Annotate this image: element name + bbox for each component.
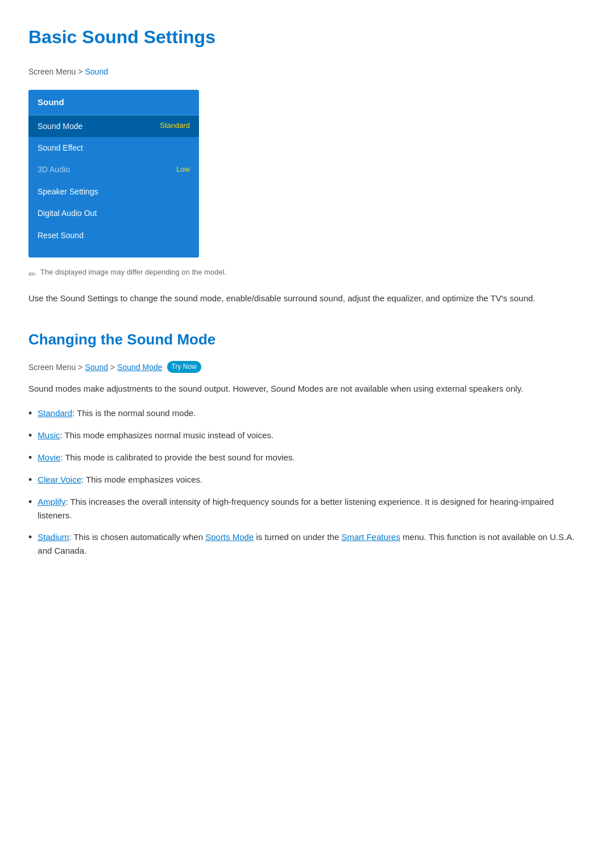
breadcrumb2-link-sound[interactable]: Sound	[85, 361, 107, 373]
menu-spacer	[28, 246, 199, 258]
menu-item-label: Digital Audio Out	[38, 207, 97, 219]
pencil-icon: ✏	[28, 267, 36, 282]
page-title: Basic Sound Settings	[28, 23, 586, 52]
breadcrumb: Screen Menu > Sound	[28, 65, 586, 78]
term-stadium: Stadium	[38, 532, 69, 542]
term-music: Music	[38, 430, 60, 440]
list-item: • Stadium: This is chosen automatically …	[28, 530, 586, 558]
list-item-text: Stadium: This is chosen automatically wh…	[38, 530, 586, 558]
breadcrumb-prefix: Screen Menu	[28, 65, 76, 78]
note-line: ✏ The displayed image may differ dependi…	[28, 267, 586, 282]
bullet-dot: •	[28, 495, 32, 509]
link-smart-features[interactable]: Smart Features	[342, 532, 400, 542]
menu-item-label: Speaker Settings	[38, 185, 98, 198]
list-item-desc: : This mode is calibrated to provide the…	[60, 452, 294, 462]
term-standard: Standard	[38, 408, 72, 418]
bullet-dot: •	[28, 473, 32, 487]
menu-item-speaker-settings[interactable]: Speaker Settings	[28, 181, 199, 202]
bullet-dot: •	[28, 406, 32, 421]
list-item-desc-middle: is turned on under the	[254, 532, 341, 542]
bullet-list: • Standard: This is the normal sound mod…	[28, 406, 586, 558]
menu-item-value: Low	[176, 164, 190, 176]
try-now-button[interactable]: Try Now	[167, 361, 201, 373]
menu-header: Sound	[28, 90, 199, 115]
list-item: • Clear Voice: This mode emphasizes voic…	[28, 473, 586, 487]
list-item-desc: : This increases the overall intensity o…	[38, 497, 554, 520]
list-item: • Movie: This mode is calibrated to prov…	[28, 451, 586, 465]
menu-item-reset-sound[interactable]: Reset Sound	[28, 225, 199, 246]
link-sports-mode[interactable]: Sports Mode	[205, 532, 254, 542]
bullet-dot: •	[28, 530, 32, 545]
breadcrumb2-sep1: >	[78, 361, 82, 373]
breadcrumb2-prefix: Screen Menu	[28, 361, 76, 373]
menu-item-label: Sound Effect	[38, 142, 83, 154]
breadcrumb2: Screen Menu > Sound > Sound Mode Try Now	[28, 361, 586, 373]
list-item-desc-before: : This is chosen automatically when	[69, 532, 205, 542]
menu-item-3d-audio[interactable]: 3D Audio Low	[28, 159, 199, 180]
breadcrumb2-link-sound-mode[interactable]: Sound Mode	[117, 361, 162, 373]
menu-item-sound-effect[interactable]: Sound Effect	[28, 137, 199, 159]
list-item: • Music: This mode emphasizes normal mus…	[28, 429, 586, 443]
list-item-text: Amplify: This increases the overall inte…	[38, 495, 586, 522]
description-text: Use the Sound Settings to change the sou…	[28, 291, 586, 306]
list-item-desc: : This is the normal sound mode.	[72, 408, 196, 418]
menu-item-label: 3D Audio	[38, 163, 70, 176]
note-text: The displayed image may differ depending…	[40, 267, 226, 279]
term-clear-voice: Clear Voice	[38, 475, 81, 484]
list-item-text: Music: This mode emphasizes normal music…	[38, 429, 273, 442]
menu-item-label: Reset Sound	[38, 229, 84, 242]
list-item-desc: : This mode emphasizes voices.	[81, 475, 202, 484]
breadcrumb-link-sound[interactable]: Sound	[85, 65, 107, 78]
list-item-desc: : This mode emphasizes normal music inst…	[60, 430, 273, 440]
list-item-text: Standard: This is the normal sound mode.	[38, 406, 196, 420]
list-item: • Amplify: This increases the overall in…	[28, 495, 586, 522]
list-item-text: Movie: This mode is calibrated to provid…	[38, 451, 294, 464]
breadcrumb2-sep2: >	[110, 361, 115, 373]
term-movie: Movie	[38, 452, 60, 462]
menu-item-label: Sound Mode	[38, 120, 82, 132]
menu-box: Sound Sound Mode Standard Sound Effect 3…	[28, 90, 199, 258]
list-item: • Standard: This is the normal sound mod…	[28, 406, 586, 421]
breadcrumb-separator: >	[78, 65, 82, 78]
section2-description: Sound modes make adjustments to the soun…	[28, 381, 586, 396]
bullet-dot: •	[28, 451, 32, 465]
menu-item-sound-mode[interactable]: Sound Mode Standard	[28, 115, 199, 137]
term-amplify: Amplify	[38, 497, 65, 506]
menu-item-digital-audio-out[interactable]: Digital Audio Out	[28, 202, 199, 224]
menu-item-value: Standard	[160, 120, 190, 132]
list-item-text: Clear Voice: This mode emphasizes voices…	[38, 473, 202, 487]
section2-title: Changing the Sound Mode	[28, 328, 586, 352]
bullet-dot: •	[28, 429, 32, 443]
